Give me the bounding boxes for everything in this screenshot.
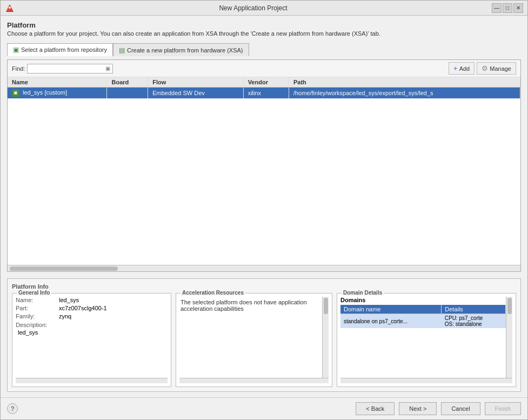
accel-legend: Acceleration Resources (181, 290, 245, 296)
general-info-inner: Name: led_sys Part: xc7z007sclg400-1 Fam… (16, 297, 168, 383)
general-info-box: General Info Name: led_sys Part: xc7z007… (12, 293, 171, 387)
accel-with-scroll: The selected platform does not have appl… (179, 297, 329, 378)
domain-name-cell: standalone on ps7_corte... (340, 314, 442, 329)
tab-create-xsa[interactable]: ▤ Create a new platform from hardware (X… (113, 43, 249, 56)
find-clear-button[interactable]: ▣ (104, 65, 111, 71)
add-label: Add (459, 65, 470, 72)
accel-vscroll-thumb[interactable] (324, 298, 328, 314)
domain-col-name: Domain name (340, 305, 442, 314)
col-vendor: Vendor (243, 77, 289, 88)
cell-name: ▣ led_sys [custom] (8, 88, 107, 99)
manage-button[interactable]: ⚙ Manage (477, 62, 516, 75)
main-content-panel: Find: ▣ + Add ⚙ Manage (7, 59, 521, 272)
tab-repo-label: Select a platform from repository (21, 46, 107, 53)
bottom-button-bar: ? < Back Next > Cancel Finish (1, 397, 527, 419)
platform-info-panel: Platform Info General Info Name: led_sys… (7, 278, 521, 392)
info-sections: General Info Name: led_sys Part: xc7z007… (12, 293, 516, 387)
domain-inner: Domains Domain name Details (340, 297, 512, 383)
info-row-family: Family: zynq (16, 313, 168, 319)
next-button[interactable]: Next > (399, 402, 437, 415)
section-description: Choose a platform for your project. You … (7, 30, 521, 37)
app-logo (5, 3, 15, 13)
find-input-wrapper: ▣ (27, 64, 113, 74)
add-button[interactable]: + Add (449, 62, 474, 75)
svg-point-2 (9, 6, 11, 9)
name-value: led_sys (59, 297, 79, 303)
find-label: Find: (12, 65, 25, 72)
col-path: Path (289, 77, 520, 88)
titlebar: New Application Project — □ ✕ (1, 1, 527, 16)
info-row-part: Part: xc7z007sclg400-1 (16, 305, 168, 311)
domain-table: Domain name Details standalone on ps7_co… (340, 305, 506, 328)
cell-board (107, 88, 148, 99)
family-value: zynq (59, 313, 71, 319)
accel-message: The selected platform does not have appl… (179, 297, 322, 314)
part-label: Part: (16, 305, 59, 311)
dialog-content: Platform Choose a platform for your proj… (1, 16, 527, 397)
tab-select-repo[interactable]: ▣ Select a platform from repository (7, 43, 113, 56)
domain-with-scroll: Domains Domain name Details (340, 297, 512, 378)
maximize-button[interactable]: ✕ (513, 3, 523, 13)
accel-scrollbar[interactable] (179, 378, 329, 383)
cell-vendor: xilinx (243, 88, 289, 99)
col-board: Board (107, 77, 148, 88)
accel-info-box: Acceleration Resources The selected plat… (176, 293, 332, 387)
domain-info-box: Domain Details Domains Domain name Detai… (337, 293, 516, 387)
domain-scrollbar[interactable] (340, 378, 512, 383)
tab-bar: ▣ Select a platform from repository ▤ Cr… (7, 43, 521, 56)
table-toolbar: Find: ▣ + Add ⚙ Manage (8, 60, 520, 77)
general-info-content: Name: led_sys Part: xc7z007sclg400-1 Fam… (16, 297, 168, 378)
general-info-legend: General Info (17, 290, 51, 296)
find-input[interactable] (29, 65, 104, 72)
window-controls: — □ ✕ (492, 3, 523, 13)
platform-table-container: Name Board Flow Vendor Path ▣ led_sys [c… (8, 77, 520, 265)
part-value: xc7z007sclg400-1 (59, 305, 107, 311)
cancel-button[interactable]: Cancel (441, 402, 480, 415)
domains-header-label: Domains (340, 297, 506, 303)
desc-value: led_sys (18, 329, 168, 336)
back-button[interactable]: < Back (356, 402, 395, 415)
family-label: Family: (16, 313, 59, 319)
domain-details-cell: CPU: ps7_corte OS: standalone (442, 314, 506, 329)
domain-row[interactable]: standalone on ps7_corte... CPU: ps7_cort… (340, 314, 506, 329)
table-header-row: Name Board Flow Vendor Path (8, 77, 520, 88)
platform-table: Name Board Flow Vendor Path ▣ led_sys [c… (8, 77, 520, 98)
accel-inner: The selected platform does not have appl… (179, 297, 329, 383)
cell-path: /home/finley/workspace/led_sys/export/le… (289, 88, 520, 99)
domain-cpu: CPU: ps7_corte (445, 315, 503, 321)
main-window: New Application Project — □ ✕ Platform C… (0, 0, 528, 420)
cell-flow: Embedded SW Dev (148, 88, 243, 99)
domain-vscrollbar[interactable] (506, 297, 512, 378)
restore-button[interactable]: □ (503, 3, 512, 13)
general-info-scrollbar[interactable] (16, 378, 168, 383)
repo-tab-icon: ▣ (13, 46, 19, 54)
domain-col-details: Details (442, 305, 506, 314)
name-label: Name: (16, 297, 59, 303)
domain-vscroll-thumb[interactable] (507, 298, 512, 314)
minimize-button[interactable]: — (492, 3, 502, 13)
manage-label: Manage (490, 65, 511, 72)
col-name: Name (8, 77, 107, 88)
tab-xsa-label: Create a new platform from hardware (XSA… (127, 47, 243, 54)
desc-label: Description: (16, 322, 168, 328)
accel-content: The selected platform does not have appl… (179, 297, 322, 378)
hscroll-thumb[interactable] (10, 266, 118, 271)
window-title: New Application Project (15, 4, 492, 12)
col-flow: Flow (148, 77, 243, 88)
finish-button[interactable]: Finish (485, 402, 521, 415)
platform-header: Platform Choose a platform for your proj… (7, 21, 521, 40)
table-row[interactable]: ▣ led_sys [custom] Embedded SW Dev xilin… (8, 88, 520, 99)
add-icon: + (453, 64, 458, 72)
platform-info-title: Platform Info (12, 283, 516, 290)
domain-content: Domains Domain name Details (340, 297, 506, 378)
section-title: Platform (7, 21, 521, 29)
table-hscrollbar[interactable] (8, 265, 520, 271)
gear-icon: ⚙ (482, 64, 488, 72)
domain-header-row: Domain name Details (340, 305, 506, 314)
help-button[interactable]: ? (7, 403, 18, 414)
xsa-tab-icon: ▤ (119, 46, 125, 54)
domain-legend: Domain Details (342, 290, 384, 296)
info-row-name: Name: led_sys (16, 297, 168, 303)
accel-vscrollbar[interactable] (322, 297, 329, 378)
platform-row-icon: ▣ (12, 89, 19, 97)
